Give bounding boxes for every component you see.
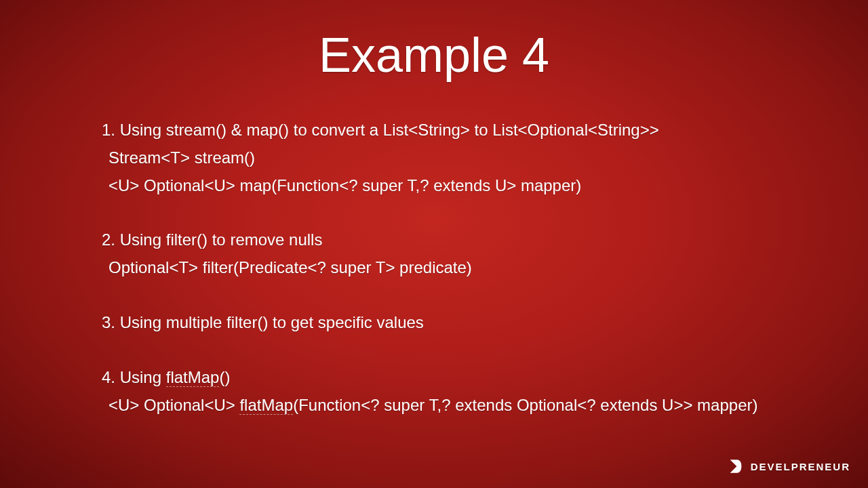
section-gap — [102, 199, 766, 226]
item-4-head-part-3: () — [219, 368, 230, 386]
item-2-head: 2. Using filter() to remove nulls — [102, 226, 766, 254]
item-2-sub-1: Optional<T> filter(Predicate<? super T> … — [108, 254, 766, 282]
section-gap — [102, 282, 766, 309]
item-4-sub-1-part-2: flatMap — [239, 396, 293, 415]
item-4-sub-1: <U> Optional<U> flatMap(Function<? super… — [108, 392, 766, 420]
slide: Example 4 1. Using stream() & map() to c… — [0, 0, 868, 488]
brand-name: DEVELPRENEUR — [751, 461, 850, 472]
item-4-head-part-1: 4. Using — [102, 368, 166, 386]
item-4-sub-1-part-3: (Function<? super T,? extends Optional<?… — [293, 396, 757, 414]
slide-body: 1. Using stream() & map() to convert a L… — [0, 117, 868, 419]
item-4-head: 4. Using flatMap() — [102, 364, 766, 392]
item-4-head-part-2: flatMap — [166, 368, 220, 387]
brand-mark-icon — [726, 457, 745, 476]
slide-title: Example 4 — [0, 27, 868, 83]
item-1-sub-2: <U> Optional<U> map(Function<? super T,?… — [108, 172, 766, 200]
item-4-sub-1-part-1: <U> Optional<U> — [108, 396, 239, 414]
brand-logo: DEVELPRENEUR — [726, 457, 850, 476]
section-gap — [102, 337, 766, 364]
item-3-head: 3. Using multiple filter() to get specif… — [102, 309, 766, 337]
item-1-head: 1. Using stream() & map() to convert a L… — [102, 117, 766, 144]
item-1-sub-1: Stream<T> stream() — [108, 144, 766, 172]
